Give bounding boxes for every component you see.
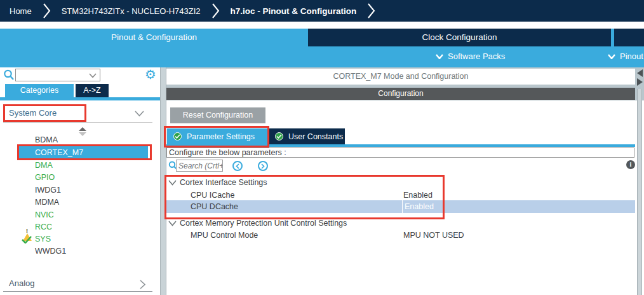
tab-clock-configuration[interactable]: Clock Configuration xyxy=(308,29,611,46)
parameters-caption: Configure the below parameters : xyxy=(166,148,634,158)
param-group-mpu-control[interactable]: Cortex Memory Protection Unit Control Se… xyxy=(180,217,347,230)
search-icon xyxy=(3,69,15,81)
breadcrumb-device[interactable]: STM32H743ZITx - NUCLEO-H743ZI2 xyxy=(62,6,201,16)
collapse-group-icon[interactable] xyxy=(168,180,177,186)
peripherals-sidebar: ⚙ Categories A->Z System Core BDMA CORTE… xyxy=(0,67,160,295)
param-name-cpu-dcache[interactable]: CPU DCache xyxy=(191,200,238,213)
tab-categories[interactable]: Categories xyxy=(5,84,74,97)
tab-a-to-z[interactable]: A->Z xyxy=(76,84,109,97)
main-tab-bar: Pinout & Configuration Clock Configurati… xyxy=(0,22,644,67)
breadcrumb-chevron-icon xyxy=(43,3,51,18)
info-icon[interactable]: i xyxy=(626,160,635,169)
sidebar-item-sys[interactable]: SYS xyxy=(0,233,160,245)
mode-title: CORTEX_M7 Mode and Configuration xyxy=(166,69,635,85)
gear-icon[interactable]: ⚙ xyxy=(145,67,156,82)
param-group-cortex-interface[interactable]: Cortex Interface Settings xyxy=(180,177,267,189)
section-system-core[interactable]: System Core xyxy=(9,108,57,118)
sidebar-item-cortex-m7-label[interactable]: CORTEX_M7 xyxy=(35,146,83,159)
tab-pinout-configuration[interactable]: Pinout & Configuration xyxy=(0,32,308,42)
chevron-right-icon xyxy=(261,163,265,169)
vertical-scrollbar[interactable] xyxy=(637,89,642,295)
sidebar-accent-bar xyxy=(0,97,160,100)
collapse-right-icon[interactable] xyxy=(637,78,643,86)
breadcrumb-home[interactable]: Home xyxy=(10,6,32,16)
prev-match-button[interactable] xyxy=(232,161,243,171)
configuration-title: Configuration xyxy=(166,88,635,100)
mode-configuration-panel: CORTEX_M7 Mode and Configuration Configu… xyxy=(166,67,644,295)
sidebar-item-wwdg1[interactable]: WWDG1 xyxy=(0,245,160,257)
section-analog[interactable]: Analog xyxy=(9,278,34,288)
sidebar-item-mdma[interactable]: MDMA xyxy=(0,196,160,209)
tab-parameter-settings-label: Parameter Settings xyxy=(187,132,255,141)
chevron-down-icon[interactable] xyxy=(89,73,97,78)
sidebar-item-bdma[interactable]: BDMA xyxy=(0,134,160,146)
tab-user-constants[interactable]: User Constants xyxy=(269,128,345,144)
sidebar-item-gpio[interactable]: GPIO xyxy=(0,172,160,184)
check-circle-icon xyxy=(173,132,182,141)
sort-up-icon xyxy=(79,127,86,131)
breadcrumb-file[interactable]: h7.ioc - Pinout & Configuration xyxy=(231,6,357,16)
param-name-mpu-control-mode[interactable]: MPU Control Mode xyxy=(191,230,258,242)
chevron-down-icon[interactable] xyxy=(135,111,144,117)
sidebar-item-iwdg1[interactable]: IWDG1 xyxy=(0,184,160,196)
chevron-down-icon xyxy=(436,54,443,59)
tab-parameter-settings[interactable]: Parameter Settings xyxy=(167,128,267,144)
param-value-cpu-dcache[interactable]: Enabled xyxy=(402,200,434,213)
tab-user-constants-label: User Constants xyxy=(288,132,343,141)
breadcrumb-chevron-icon xyxy=(367,3,375,18)
chevron-left-icon xyxy=(236,163,239,169)
pinout-menu[interactable]: Pinout xyxy=(608,51,643,61)
tabs-accent-bar xyxy=(166,144,635,147)
tab-next-partial[interactable] xyxy=(614,29,644,46)
divider xyxy=(3,291,152,292)
panel-splitter[interactable] xyxy=(160,67,166,295)
param-value-mpu-control-mode[interactable]: MPU NOT USED xyxy=(403,230,464,242)
collapse-left-icon[interactable] xyxy=(637,69,643,77)
software-packs-label: Software Packs xyxy=(448,51,505,61)
sidebar-item-nvic[interactable]: NVIC xyxy=(0,209,160,221)
check-circle-icon xyxy=(275,132,283,141)
sidebar-item-dma[interactable]: DMA xyxy=(0,160,160,172)
module-search-input[interactable] xyxy=(17,70,87,80)
sidebar-item-rcc[interactable]: RCC xyxy=(0,221,160,233)
divider xyxy=(3,122,152,123)
breadcrumb: Home STM32H743ZITx - NUCLEO-H743ZI2 h7.i… xyxy=(0,0,644,22)
stm32cubemx-window: Home STM32H743ZITx - NUCLEO-H743ZI2 h7.i… xyxy=(0,0,644,295)
reset-configuration-button[interactable]: Reset Configuration xyxy=(170,107,265,123)
module-search-combobox[interactable] xyxy=(15,69,100,81)
breadcrumb-chevron-icon xyxy=(211,3,220,18)
check-icon xyxy=(22,236,32,244)
collapse-group-icon[interactable] xyxy=(168,221,177,226)
chevron-right-icon[interactable] xyxy=(140,280,146,289)
parameter-search-input[interactable] xyxy=(176,160,223,172)
software-packs-menu[interactable]: Software Packs xyxy=(436,51,505,61)
pinout-label: Pinout xyxy=(620,51,643,61)
next-match-button[interactable] xyxy=(258,161,268,171)
chevron-down-icon xyxy=(608,54,615,59)
